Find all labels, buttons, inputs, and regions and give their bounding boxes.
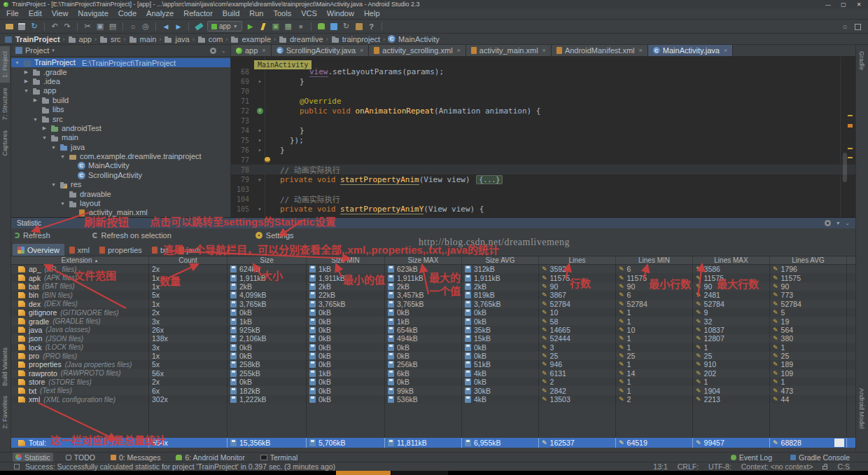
- run-configuration-select[interactable]: app▼: [207, 21, 242, 32]
- column-header-lines[interactable]: Lines: [539, 256, 616, 264]
- menu-edit[interactable]: Edit: [24, 8, 47, 19]
- table-row-apk[interactable]: apk(APK files)1x1,911kB1,911kB1,911kB1,9…: [11, 273, 855, 282]
- minimize-button[interactable]: —: [820, 0, 836, 8]
- replace-icon[interactable]: ◎: [140, 21, 151, 32]
- tree-item-app[interactable]: ▼app: [11, 86, 230, 95]
- undo-icon[interactable]: ↶: [49, 21, 60, 32]
- refresh-on-selection-button[interactable]: Refresh on selection: [92, 231, 172, 240]
- menu-refactor[interactable]: Refactor: [178, 8, 218, 19]
- menu-analyze[interactable]: Analyze: [141, 8, 178, 19]
- close-button[interactable]: ✕: [851, 0, 867, 8]
- editor[interactable]: app×CScrollingActivity.java×activity_scr…: [231, 45, 855, 217]
- tool-strip-button-7-structure[interactable]: 7: Structure: [0, 83, 10, 125]
- fold-marker-icon[interactable]: ▾: [255, 128, 265, 134]
- chevron-down-icon[interactable]: ▾: [52, 48, 55, 53]
- breadcrumb-example[interactable]: example: [230, 35, 271, 43]
- status-item-utf-8[interactable]: UTF-8:: [708, 462, 732, 471]
- editor-tab-androidmanifest-xml[interactable]: AndroidManifest.xml×: [552, 45, 648, 56]
- debug-icon[interactable]: [258, 21, 269, 32]
- menu-vcs[interactable]: VCS: [296, 8, 322, 19]
- statistic-tab-txt[interactable]: txt: [147, 244, 174, 256]
- coverage-icon[interactable]: ▣: [270, 21, 281, 32]
- notifications-icon[interactable]: [852, 21, 863, 32]
- editor-tab-scrollingactivity-java[interactable]: CScrollingActivity.java×: [272, 45, 370, 56]
- statistic-tab-xml[interactable]: xml: [64, 244, 94, 256]
- tree-collapsed-icon[interactable]: ▶: [23, 69, 29, 75]
- tree-item-idea[interactable]: ▶.idea: [11, 77, 230, 86]
- breadcrumb-java[interactable]: java: [164, 35, 189, 43]
- status-item-13-1[interactable]: 13:1: [653, 462, 667, 471]
- tool-window-button-terminal[interactable]: Terminal: [258, 453, 301, 462]
- tool-strip-button-2-favorites[interactable]: 2: Favorites: [0, 391, 10, 434]
- tool-window-button-gradle-console[interactable]: Gradle Console: [788, 453, 853, 462]
- settings-button[interactable]: Settings: [255, 231, 294, 240]
- gear-icon[interactable]: [210, 48, 216, 54]
- menu-run[interactable]: Run: [244, 8, 268, 19]
- tool-strip-button-1-project[interactable]: 1: Project: [0, 46, 10, 83]
- redo-icon[interactable]: ↷: [62, 21, 73, 32]
- column-header-lines-max[interactable]: Lines MAX: [693, 256, 770, 264]
- menu-file[interactable]: File: [1, 8, 24, 19]
- tree-item-java[interactable]: ▼java: [11, 143, 230, 152]
- save-icon[interactable]: [16, 21, 27, 32]
- tree-item-res[interactable]: ▼res: [11, 180, 230, 189]
- breadcrumb-trainproject[interactable]: trainproject: [331, 35, 380, 43]
- table-row-dex[interactable]: dex(DEX files)1x3,765kB3,765kB3,765kB3,7…: [11, 300, 855, 308]
- tree-expanded-icon[interactable]: ▼: [50, 145, 57, 150]
- status-item-context-no-context[interactable]: Context: <no context>: [741, 462, 813, 471]
- tree-expanded-icon[interactable]: ▼: [59, 201, 66, 206]
- hide-panel-icon[interactable]: ⌄: [220, 47, 226, 54]
- breadcrumb-dreamlive[interactable]: dreamlive: [279, 35, 323, 43]
- tree-item-com-example-dreamlive-trainproject[interactable]: ▼com.example.dreamlive.trainproject: [11, 152, 230, 161]
- tree-item-src[interactable]: ▼src: [11, 114, 230, 123]
- back-icon[interactable]: ◀: [160, 21, 172, 32]
- tree-expanded-icon[interactable]: ▼: [14, 60, 20, 65]
- tree-expanded-icon[interactable]: ▼: [23, 88, 29, 93]
- paste-icon[interactable]: ▤: [107, 21, 118, 32]
- tree-collapsed-icon[interactable]: ▶: [32, 97, 38, 103]
- column-header-size[interactable]: Size: [227, 256, 307, 264]
- search-icon[interactable]: ○: [127, 21, 139, 32]
- statistic-tab-java[interactable]: java: [174, 244, 206, 256]
- fold-marker-icon[interactable]: +: [255, 177, 265, 183]
- tree-item-gradle[interactable]: ▶.gradle: [11, 67, 230, 76]
- fold-marker-icon[interactable]: ▾: [255, 137, 265, 144]
- table-row-rawproto[interactable]: rawproto(RAWPROTO files)56x255kB1kB6kB4k…: [11, 369, 855, 378]
- tool-window-button-statistic[interactable]: Statistic: [13, 453, 53, 462]
- editor-tab-mainactivity-java[interactable]: CMainActivity.java×: [648, 45, 733, 56]
- fold-marker-icon[interactable]: ▾: [255, 147, 265, 153]
- tool-window-button-0-messages[interactable]: 0: Messages: [108, 453, 164, 462]
- breadcrumb-com[interactable]: com: [197, 35, 223, 43]
- menu-window[interactable]: Window: [322, 8, 359, 19]
- statistic-tab-properties[interactable]: properties: [94, 244, 147, 256]
- tree-item-trainproject[interactable]: ▼TrainProjectE:\TrainProject\TrainProjec…: [11, 58, 230, 67]
- tree-expanded-icon[interactable]: ▼: [50, 182, 57, 187]
- table-row-bin[interactable]: bin(BIN files)5x4,099kB22kB3,457kB819kB✎…: [11, 291, 855, 299]
- intention-bulb-icon[interactable]: [265, 157, 270, 163]
- menu-code[interactable]: Code: [113, 8, 141, 19]
- menu-build[interactable]: Build: [218, 8, 244, 19]
- forward-icon[interactable]: ▶: [173, 21, 184, 32]
- menu-view[interactable]: View: [47, 8, 74, 19]
- breadcrumb-main[interactable]: main: [129, 35, 157, 43]
- fold-marker-icon[interactable]: ▾: [255, 206, 265, 212]
- attach-debugger-icon[interactable]: ▦: [283, 21, 294, 32]
- close-icon[interactable]: ×: [457, 47, 461, 54]
- table-row-pro[interactable]: pro(PRO files)1x0kB0kB0kB0kB✎25✎25✎25✎25: [11, 352, 855, 360]
- tool-window-button-event-log[interactable]: Event Log: [728, 453, 775, 462]
- project-structure-icon[interactable]: [354, 21, 365, 32]
- breadcrumb-app[interactable]: app: [68, 35, 92, 43]
- tool-window-button-todo[interactable]: TODO: [63, 453, 98, 462]
- tree-item-main[interactable]: ▼main: [11, 133, 230, 142]
- breadcrumb-src[interactable]: src: [99, 35, 121, 43]
- table-total-row[interactable]: Total:554x15,356kB5,706kB11,811kB6,955kB…: [11, 438, 855, 448]
- column-header-lines-min[interactable]: Lines MIN: [616, 256, 693, 264]
- close-icon[interactable]: ×: [639, 47, 643, 54]
- tree-item-androidtest[interactable]: ▶androidTest: [11, 124, 230, 133]
- tool-strip-button-android-model[interactable]: Android Model: [856, 383, 867, 434]
- editor-tab-activity-scrolling-xml[interactable]: activity_scrolling.xml×: [369, 45, 466, 56]
- column-header-size-max[interactable]: Size MAX: [385, 256, 462, 264]
- avd-manager-icon[interactable]: [316, 21, 327, 32]
- table-row-json[interactable]: json(JSON files)138x2,106kB0kB494kB15kB✎…: [11, 334, 855, 343]
- tree-item-drawable[interactable]: drawable: [11, 189, 230, 198]
